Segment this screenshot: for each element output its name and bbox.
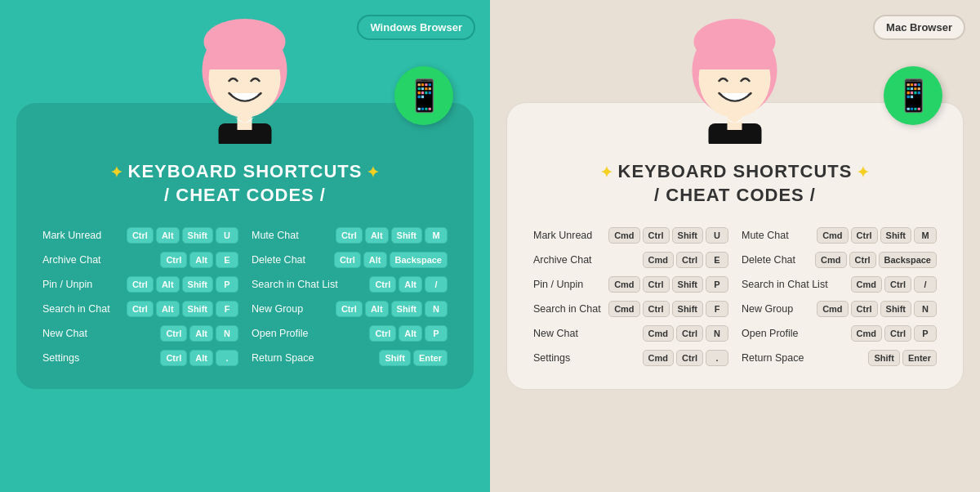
key-badge: E [216, 252, 238, 268]
key-badge: Shift [379, 350, 410, 366]
key-badge: Ctrl [160, 325, 187, 342]
card-header-right: ✦ KEYBOARD SHORTCUTS ✦ / CHEAT CODES / [533, 160, 937, 207]
key-badge: Ctrl [676, 252, 703, 268]
key-badge: U [706, 227, 728, 244]
key-badge: Cmd [817, 301, 848, 317]
key-badge: Ctrl [676, 325, 703, 342]
shortcut-name: Mute Chat [252, 230, 299, 241]
shortcut-name: Search in Chat [533, 303, 601, 315]
shortcut-keys: CtrlAltP [369, 325, 448, 342]
shortcut-row: Search in Chat ListCtrlAlt/ [252, 276, 448, 293]
key-badge: Ctrl [160, 350, 187, 366]
shortcut-name: Mark Unread [42, 230, 101, 241]
card-header-left: ✦ KEYBOARD SHORTCUTS ✦ / CHEAT CODES / [42, 160, 448, 207]
shortcut-row: Delete ChatCmdCtrlBackspace [742, 252, 937, 268]
key-badge: Ctrl [676, 350, 703, 366]
key-badge: Cmd [608, 276, 639, 293]
key-badge: Ctrl [643, 227, 670, 244]
shortcut-row: Mute ChatCtrlAltShiftM [252, 227, 448, 244]
key-badge: Cmd [815, 252, 846, 268]
character-right [672, 17, 799, 144]
shortcut-keys: CmdCtrlShiftN [817, 301, 937, 317]
whatsapp-icon-left: 📱 [394, 66, 453, 125]
key-badge: Alt [365, 301, 389, 317]
key-badge: Enter [413, 350, 448, 366]
key-badge: P [914, 325, 937, 342]
key-badge: Alt [156, 301, 180, 317]
shortcut-name: Archive Chat [533, 254, 592, 266]
key-badge: Alt [365, 227, 389, 244]
shortcut-keys: ShiftEnter [379, 350, 448, 366]
key-badge: Alt [399, 276, 422, 293]
shortcuts-grid-right: Mark UnreadCmdCtrlShiftUMute ChatCmdCtrl… [533, 227, 937, 366]
key-badge: Cmd [643, 325, 674, 342]
key-badge: Ctrl [334, 252, 361, 268]
key-badge: Ctrl [369, 325, 396, 342]
card-title-right: ✦ KEYBOARD SHORTCUTS ✦ / CHEAT CODES / [533, 160, 937, 207]
shortcut-name: Open Profile [252, 328, 308, 339]
key-badge: F [706, 301, 728, 317]
shortcut-row: Search in ChatCmdCtrlShiftF [533, 301, 728, 317]
shortcut-row: New ChatCmdCtrlN [533, 325, 728, 342]
key-badge: P [216, 276, 238, 293]
shortcut-name: New Chat [42, 328, 87, 339]
key-badge: Enter [902, 350, 937, 366]
key-badge: Alt [189, 325, 213, 342]
shortcut-keys: CmdCtrlN [643, 325, 728, 342]
shortcut-name: Search in Chat List [742, 279, 828, 290]
shortcut-name: Pin / Unpin [533, 279, 583, 290]
key-badge: Shift [672, 301, 703, 317]
key-badge: E [706, 252, 728, 268]
key-badge: Cmd [643, 252, 674, 268]
svg-rect-13 [728, 114, 742, 130]
svg-rect-5 [238, 114, 252, 130]
windows-badge: Windows Browser [357, 15, 475, 40]
key-badge: Ctrl [851, 301, 878, 317]
key-badge: Alt [189, 252, 213, 268]
card-title-left: ✦ KEYBOARD SHORTCUTS ✦ / CHEAT CODES / [42, 160, 448, 207]
shortcut-row: Open ProfileCtrlAltP [252, 325, 448, 342]
shortcut-keys: CtrlAltShiftP [127, 276, 238, 293]
key-badge: Shift [182, 301, 213, 317]
whatsapp-icon-right: 📱 [884, 66, 942, 125]
key-badge: Ctrl [127, 301, 154, 317]
mac-badge: Mac Browser [873, 15, 965, 40]
key-badge: Ctrl [884, 325, 911, 342]
shortcut-name: Return Space [252, 352, 314, 364]
key-badge: Shift [880, 301, 911, 317]
key-badge: Ctrl [643, 301, 670, 317]
key-badge: / [425, 276, 448, 293]
key-badge: Ctrl [127, 227, 154, 244]
key-badge: U [216, 227, 238, 244]
shortcut-keys: CmdCtrlShiftU [608, 227, 728, 244]
shortcut-name: Search in Chat [42, 303, 110, 315]
right-card: 📱 ✦ KEYBOARD SHORTCUTS ✦ / CHEAT CODES /… [506, 102, 964, 389]
key-badge: Backspace [879, 252, 938, 268]
key-badge: Alt [156, 276, 180, 293]
shortcut-name: Pin / Unpin [42, 279, 92, 290]
shortcut-name: Settings [533, 352, 570, 364]
key-badge: Shift [182, 276, 213, 293]
key-badge: Ctrl [336, 301, 363, 317]
shortcut-row: Search in Chat ListCmdCtrl/ [742, 276, 937, 293]
shortcut-row: Archive ChatCtrlAltE [42, 252, 238, 268]
key-badge: M [914, 227, 937, 244]
left-card: 📱 ✦ KEYBOARD SHORTCUTS ✦ / CHEAT CODES /… [16, 103, 474, 388]
key-badge: Shift [182, 227, 213, 244]
shortcut-name: Delete Chat [252, 254, 305, 266]
key-badge: N [706, 325, 728, 342]
key-badge: N [425, 301, 448, 317]
shortcut-row: Pin / UnpinCtrlAltShiftP [42, 276, 238, 293]
key-badge: Ctrl [643, 276, 670, 293]
key-badge: P [706, 276, 728, 293]
shortcut-name: Search in Chat List [252, 279, 338, 290]
key-badge: . [706, 350, 728, 366]
shortcut-name: New Group [742, 303, 793, 315]
shortcut-name: Return Space [742, 352, 804, 364]
shortcut-keys: CmdCtrlE [643, 252, 728, 268]
shortcut-keys: CtrlAltBackspace [334, 252, 448, 268]
shortcut-keys: CmdCtrlBackspace [815, 252, 937, 268]
key-badge: Shift [391, 301, 422, 317]
key-badge: Alt [189, 350, 213, 366]
key-badge: Ctrl [884, 276, 911, 293]
